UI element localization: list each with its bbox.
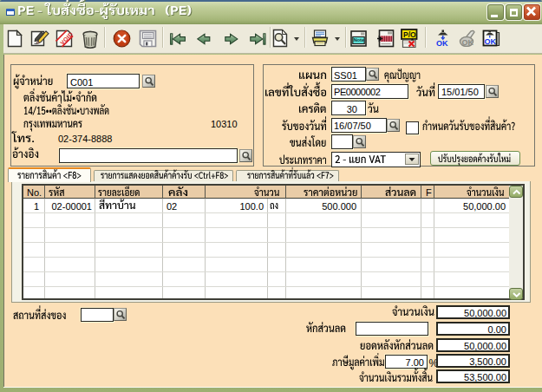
svg-text:OK: OK: [485, 37, 497, 46]
svg-text:OK: OK: [436, 39, 448, 47]
svg-text:P/O: P/O: [403, 30, 416, 39]
svg-text:OK: OK: [461, 38, 473, 47]
svg-text:Note: Note: [353, 37, 365, 42]
